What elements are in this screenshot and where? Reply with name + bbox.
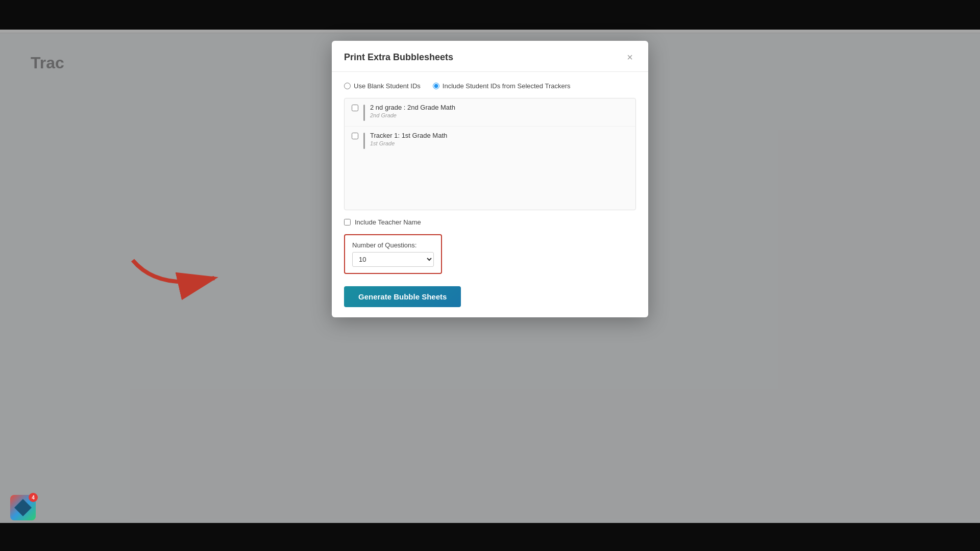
widget-icon: 4 [10,495,36,520]
include-teacher-label: Include Teacher Name [355,218,421,226]
tracker-2-info: Tracker 1: 1st Grade Math 1st Grade [370,132,447,146]
radio-blank-ids[interactable]: Use Blank Student IDs [344,82,421,90]
generate-button[interactable]: Generate Bubble Sheets [344,286,461,307]
questions-label: Number of Questions: [352,241,434,249]
tracker-2-checkbox[interactable] [352,133,358,139]
radio-blank-input[interactable] [344,83,351,89]
tracker-list: 2 nd grade : 2nd Grade Math 2nd Grade Tr… [344,98,636,210]
radio-selected-label: Include Student IDs from Selected Tracke… [443,82,571,90]
modal-body: Use Blank Student IDs Include Student ID… [332,72,648,317]
include-teacher-option[interactable]: Include Teacher Name [344,218,636,226]
modal-dialog: Print Extra Bubblesheets × Use Blank Stu… [332,41,648,317]
questions-box: Number of Questions: 5 10 15 20 25 30 35… [344,234,442,274]
modal-header: Print Extra Bubblesheets × [332,41,648,72]
tracker-1-grade: 2nd Grade [370,112,455,118]
questions-select[interactable]: 5 10 15 20 25 30 35 40 45 50 [352,252,434,267]
tracker-2-bar [363,133,365,149]
include-teacher-checkbox[interactable] [344,219,351,226]
tracker-2-name: Tracker 1: 1st Grade Math [370,132,447,139]
notification-widget[interactable]: 4 [10,495,36,520]
tracker-1-info: 2 nd grade : 2nd Grade Math 2nd Grade [370,104,455,118]
tracker-1-bar [363,105,365,121]
radio-selected-ids[interactable]: Include Student IDs from Selected Tracke… [433,82,571,90]
radio-group: Use Blank Student IDs Include Student ID… [344,82,636,90]
tracker-item-1: 2 nd grade : 2nd Grade Math 2nd Grade [345,98,635,127]
tracker-2-grade: 1st Grade [370,140,447,146]
tracker-item-2: Tracker 1: 1st Grade Math 1st Grade [345,127,635,154]
tracker-1-name: 2 nd grade : 2nd Grade Math [370,104,455,111]
modal-close-button[interactable]: × [624,51,636,63]
radio-blank-label: Use Blank Student IDs [354,82,421,90]
modal-title: Print Extra Bubblesheets [344,52,453,63]
tracker-1-checkbox[interactable] [352,105,358,111]
radio-selected-input[interactable] [433,83,439,89]
widget-diamond [14,499,32,516]
notification-badge: 4 [29,493,38,502]
